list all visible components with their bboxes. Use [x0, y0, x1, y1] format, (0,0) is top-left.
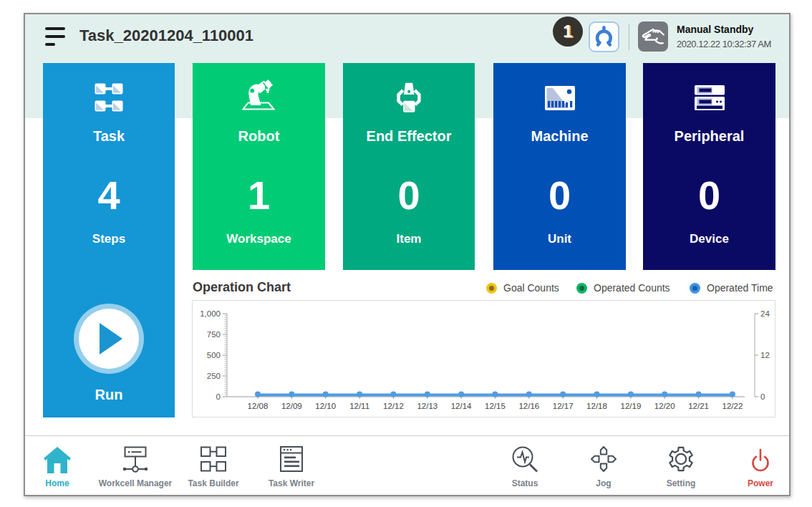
- svg-text:12: 12: [760, 351, 770, 359]
- svg-text:250: 250: [207, 372, 221, 380]
- svg-text:12/18: 12/18: [586, 402, 607, 410]
- svg-text:750: 750: [207, 330, 221, 339]
- svg-text:500: 500: [207, 351, 221, 359]
- svg-text:12/11: 12/11: [349, 402, 369, 410]
- svg-text:12/21: 12/21: [688, 402, 709, 410]
- svg-text:0: 0: [216, 392, 221, 401]
- svg-text:12/10: 12/10: [315, 402, 336, 410]
- svg-text:12/08: 12/08: [248, 402, 269, 410]
- svg-text:12/14: 12/14: [451, 402, 472, 410]
- svg-text:12/16: 12/16: [518, 402, 539, 410]
- svg-text:12/17: 12/17: [553, 402, 574, 410]
- svg-text:0: 0: [760, 392, 765, 401]
- svg-text:12/22: 12/22: [722, 402, 743, 410]
- svg-text:12/09: 12/09: [281, 402, 302, 410]
- svg-text:12/20: 12/20: [654, 402, 675, 410]
- svg-text:12/19: 12/19: [621, 402, 642, 410]
- svg-text:12/12: 12/12: [383, 402, 404, 410]
- svg-text:12/13: 12/13: [417, 402, 438, 410]
- svg-text:12/15: 12/15: [485, 402, 506, 410]
- svg-text:1,000: 1,000: [200, 309, 221, 318]
- svg-text:24: 24: [760, 309, 770, 318]
